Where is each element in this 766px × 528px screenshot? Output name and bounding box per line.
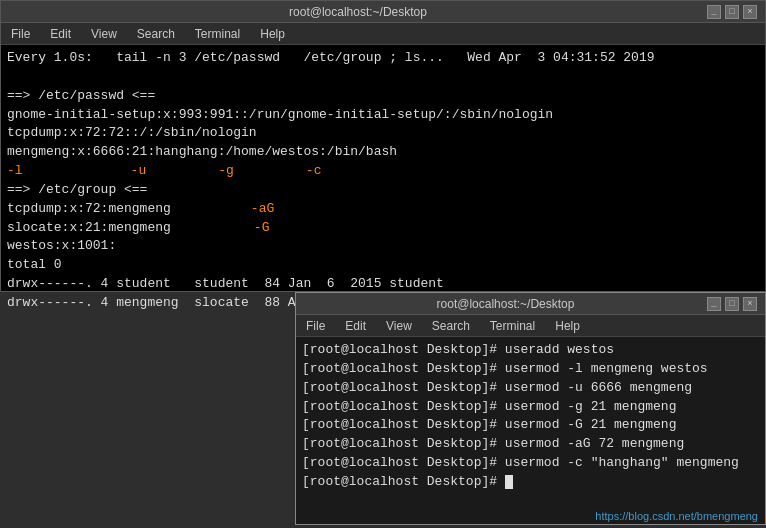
bottom-menu-terminal[interactable]: Terminal [484,317,541,335]
line-8: tcpdump:x:72:mengmeng -aG [7,200,759,219]
top-terminal: root@localhost:~/Desktop _ □ × File Edit… [0,0,766,292]
terminal-cursor [505,475,513,489]
annotation-g: -g [218,162,234,181]
bottom-menu-file[interactable]: File [300,317,331,335]
bottom-title-bar: root@localhost:~/Desktop _ □ × [296,293,765,315]
bottom-close-button[interactable]: × [743,297,757,311]
cmd-line-6: [root@localhost Desktop]# usermod -c "ha… [302,454,759,473]
bottom-menu-edit[interactable]: Edit [339,317,372,335]
bottom-maximize-button[interactable]: □ [725,297,739,311]
menu-view[interactable]: View [85,25,123,43]
cmd-line-2: [root@localhost Desktop]# usermod -u 666… [302,379,759,398]
minimize-button[interactable]: _ [707,5,721,19]
bottom-terminal: root@localhost:~/Desktop _ □ × File Edit… [295,292,766,525]
annotation-c: -c [306,162,322,181]
bottom-terminal-body: [root@localhost Desktop]# useradd westos… [296,337,765,496]
bottom-menubar: File Edit View Search Terminal Help [296,315,765,337]
cmd-line-1: [root@localhost Desktop]# usermod -l men… [302,360,759,379]
bottom-minimize-button[interactable]: _ [707,297,721,311]
line-10: westos:x:1001: [7,237,759,256]
annotation-G: -G [254,219,270,238]
bottom-terminal-title: root@localhost:~/Desktop [304,297,707,311]
maximize-button[interactable]: □ [725,5,739,19]
bottom-menu-help[interactable]: Help [549,317,586,335]
top-terminal-title: root@localhost:~/Desktop [9,5,707,19]
line-0: Every 1.0s: tail -n 3 /etc/passwd /etc/g… [7,49,759,68]
cmd-line-4: [root@localhost Desktop]# usermod -G 21 … [302,416,759,435]
line-1 [7,68,759,87]
line-6: -l -u -g -c [7,162,759,181]
line-3: gnome-initial-setup:x:993:991::/run/gnom… [7,106,759,125]
line-11: total 0 [7,256,759,275]
menu-terminal[interactable]: Terminal [189,25,246,43]
line-9: slocate:x:21:mengmeng -G [7,219,759,238]
annotation-l: -l [7,162,23,181]
line-2: ==> /etc/passwd <== [7,87,759,106]
top-title-bar: root@localhost:~/Desktop _ □ × [1,1,765,23]
bottom-menu-view[interactable]: View [380,317,418,335]
cmd-line-0: [root@localhost Desktop]# useradd westos [302,341,759,360]
annotation-u: -u [131,162,147,181]
watermark: https://blog.csdn.net/bmengmeng [595,510,758,522]
top-terminal-body: Every 1.0s: tail -n 3 /etc/passwd /etc/g… [1,45,765,317]
line-4: tcpdump:x:72:72::/:/sbin/nologin [7,124,759,143]
cmd-line-7: [root@localhost Desktop]# [302,473,759,492]
top-terminal-controls[interactable]: _ □ × [707,5,757,19]
line-5: mengmeng:x:6666:21:hanghang:/home/westos… [7,143,759,162]
bottom-terminal-controls[interactable]: _ □ × [707,297,757,311]
bottom-menu-search[interactable]: Search [426,317,476,335]
menu-edit[interactable]: Edit [44,25,77,43]
top-menubar: File Edit View Search Terminal Help [1,23,765,45]
line-7: ==> /etc/group <== [7,181,759,200]
line-9-text: slocate:x:21:mengmeng [7,219,171,238]
annotation-aG: -aG [251,200,274,219]
menu-file[interactable]: File [5,25,36,43]
menu-search[interactable]: Search [131,25,181,43]
close-button[interactable]: × [743,5,757,19]
line-8-text: tcpdump:x:72:mengmeng [7,200,171,219]
cmd-line-3: [root@localhost Desktop]# usermod -g 21 … [302,398,759,417]
cmd-line-5: [root@localhost Desktop]# usermod -aG 72… [302,435,759,454]
menu-help[interactable]: Help [254,25,291,43]
